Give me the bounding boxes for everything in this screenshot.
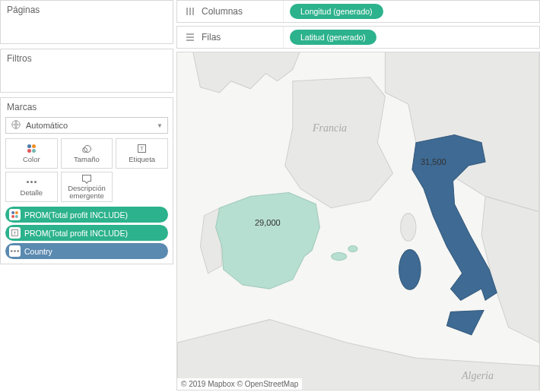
size-icon — [81, 144, 92, 153]
svg-point-10 — [332, 253, 347, 261]
map-view[interactable]: Francia Algeria 29,000 31,500 © 2019 Map… — [176, 52, 540, 390]
marks-label-label: Etiqueta — [129, 156, 155, 163]
data-label-italy: 31,500 — [421, 157, 446, 166]
mark-type-label: Automático — [26, 121, 68, 130]
map-canvas — [177, 52, 539, 390]
pill-text: PROM(Total profit INCLUDE) — [24, 229, 128, 238]
chevron-down-icon: ▼ — [157, 122, 163, 129]
pill-text: Latitud (generado) — [300, 33, 366, 42]
marks-title: Marcas — [1, 98, 173, 117]
marks-color-button[interactable]: Color — [5, 138, 58, 169]
pages-title: Páginas — [1, 1, 173, 18]
marks-tooltip-label: Descripción emergente — [63, 185, 111, 200]
marks-detail-label: Detalle — [21, 189, 43, 197]
marks-size-button[interactable]: Tamaño — [61, 138, 113, 169]
pill-detail-dimension[interactable]: Country — [5, 243, 168, 259]
pill-text: Country — [24, 247, 52, 256]
pill-text: Longitud (generado) — [300, 7, 373, 16]
pill-text: PROM(Total profit INCLUDE) — [24, 210, 128, 220]
color-icon — [26, 144, 37, 153]
detail-icon — [9, 245, 21, 257]
label-icon: T — [137, 144, 148, 153]
detail-icon — [26, 178, 37, 187]
color-icon — [9, 209, 21, 220]
globe-icon — [11, 119, 21, 132]
rows-pill[interactable]: Latitud (generado) — [290, 30, 376, 45]
pill-label-measure[interactable]: T PROM(Total profit INCLUDE) — [5, 225, 168, 241]
marks-size-label: Tamaño — [74, 156, 100, 163]
filters-title: Filtros — [1, 49, 173, 67]
marks-label-button[interactable]: T Etiqueta — [116, 138, 168, 169]
columns-shelf[interactable]: Columnas Longitud (generado) — [176, 0, 540, 23]
columns-pill[interactable]: Longitud (generado) — [290, 4, 383, 19]
marks-color-label: Color — [23, 156, 40, 163]
mark-type-selector[interactable]: Automático ▼ — [5, 117, 168, 134]
marks-detail-button[interactable]: Detalle — [5, 172, 58, 202]
marks-card: Marcas Automático ▼ Color Tamaño T — [0, 97, 173, 264]
svg-point-12 — [399, 249, 421, 289]
map-attribution: © 2019 Mapbox © OpenStreetMap — [177, 378, 302, 390]
rows-shelf[interactable]: Filas Latitud (generado) — [176, 26, 540, 49]
pill-color-measure[interactable]: PROM(Total profit INCLUDE) — [5, 207, 168, 223]
map-label-algeria: Algeria — [462, 370, 494, 382]
svg-point-11 — [348, 245, 357, 251]
marks-tooltip-button[interactable]: Descripción emergente — [61, 172, 113, 202]
filters-card: Filtros — [0, 49, 173, 93]
map-label-france: Francia — [313, 122, 347, 134]
columns-shelf-label: Columnas — [177, 1, 284, 22]
tooltip-icon — [81, 174, 92, 182]
columns-icon — [185, 6, 195, 17]
pages-card: Páginas — [0, 0, 173, 44]
label-icon: T — [9, 227, 21, 239]
data-label-spain: 29,000 — [255, 218, 281, 227]
rows-shelf-label: Filas — [177, 27, 284, 48]
svg-point-8 — [401, 213, 416, 241]
rows-icon — [185, 32, 195, 43]
